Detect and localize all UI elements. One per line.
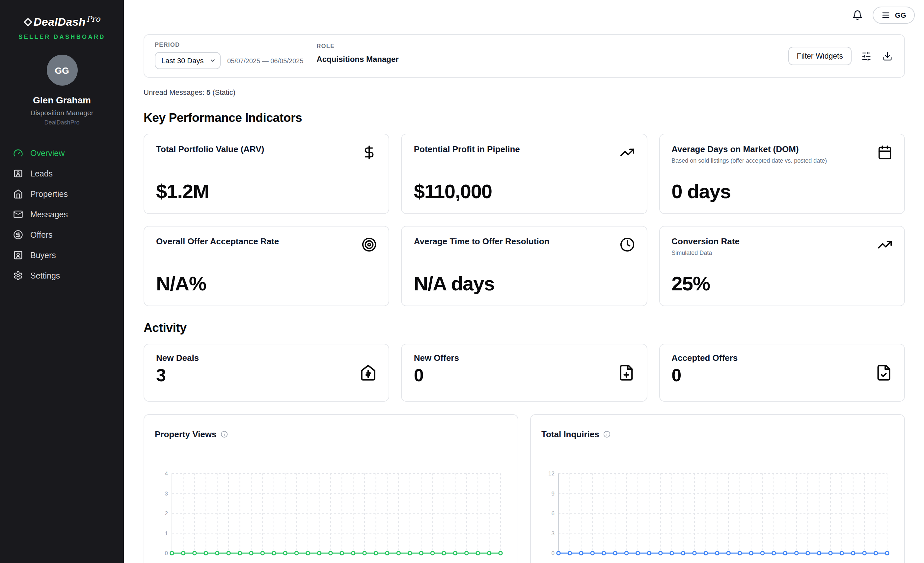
kpi-value: 0 days [671, 180, 892, 204]
mail-icon [13, 210, 23, 219]
total-inquiries-chart-card: Total Inquiries 036912 [530, 414, 905, 563]
sliders-icon [861, 51, 872, 61]
svg-text:9: 9 [552, 491, 555, 497]
contact-card-icon [13, 169, 23, 178]
avatar: GG [46, 55, 77, 85]
kpi-value: $1.2M [156, 180, 377, 204]
kpi-title: Average Time to Offer Resolution [414, 237, 550, 247]
svg-text:4: 4 [165, 470, 168, 477]
sidebar-item-properties[interactable]: Properties [0, 184, 124, 204]
kpi-value: $110,000 [414, 180, 635, 204]
logo-diamond-icon [24, 18, 32, 26]
house-icon [360, 364, 377, 381]
kpi-subtitle: Simulated Data [671, 250, 740, 256]
date-range-text: 05/07/2025 — 06/05/2025 [227, 57, 303, 64]
logo-text: DealDash [34, 16, 86, 28]
svg-text:1: 1 [165, 530, 168, 537]
menu-icon [881, 10, 890, 20]
clock-icon [620, 237, 634, 252]
download-icon [882, 51, 892, 61]
sidebar-item-leads[interactable]: Leads [0, 163, 124, 184]
period-label: PERIOD [155, 42, 303, 48]
user-profile: GG Glen Graham Disposition Manager DealD… [0, 55, 124, 126]
kpi-value: N/A days [414, 273, 635, 296]
unread-messages-text: Unread Messages: 5 (Static) [144, 88, 905, 96]
kpi-section-title: Key Performance Indicators [144, 111, 905, 125]
user-square-icon [13, 250, 23, 260]
svg-text:0: 0 [552, 550, 555, 556]
sidebar-item-label: Messages [30, 210, 68, 219]
kpi-card-offer-acceptance-rate: Overall Offer Acceptance Rate N/A% [144, 226, 390, 306]
role-group: ROLE Acquisitions Manager [316, 42, 399, 64]
svg-text:3: 3 [165, 491, 168, 497]
role-label: ROLE [316, 43, 399, 49]
info-icon[interactable] [603, 431, 610, 438]
kpi-title: Overall Offer Acceptance Rate [156, 237, 279, 247]
file-plus-icon [617, 364, 634, 381]
kpi-title: Average Days on Market (DOM) [671, 144, 827, 155]
svg-text:2: 2 [165, 510, 168, 517]
sidebar-nav: Overview Leads Properties Messages [0, 143, 124, 286]
period-select-wrapper: Last 30 Days [155, 52, 220, 69]
user-name: Glen Graham [0, 95, 124, 105]
notifications-button[interactable] [851, 9, 864, 22]
period-select[interactable]: Last 30 Days [155, 52, 220, 69]
total-inquiries-chart: 036912 [542, 470, 894, 556]
kpi-card-potential-profit: Potential Profit in Pipeline $110,000 [401, 134, 647, 214]
sidebar-item-settings[interactable]: Settings [0, 265, 124, 286]
widget-settings-button[interactable] [860, 50, 873, 62]
house-icon [13, 189, 23, 199]
app-logo: DealDashPro SELLER DASHBOARD [0, 0, 124, 40]
app-root: DealDashPro SELLER DASHBOARD GG Glen Gra… [0, 0, 924, 563]
sidebar-item-label: Properties [30, 189, 68, 199]
sidebar-item-overview[interactable]: Overview [0, 143, 124, 163]
svg-text:3: 3 [552, 530, 555, 537]
period-group: PERIOD Last 30 Days 05/07/2025 — 06/05/2… [155, 42, 303, 69]
kpi-title: Potential Profit in Pipeline [414, 144, 520, 155]
sidebar-item-messages[interactable]: Messages [0, 204, 124, 225]
kpi-card-total-portfolio-value: Total Portfolio Value (ARV) $1.2M [144, 134, 390, 214]
bell-icon [852, 10, 863, 20]
file-check-icon [875, 364, 892, 381]
activity-card-new-offers: New Offers 0 [401, 344, 647, 402]
chart-title: Total Inquiries [542, 429, 599, 439]
trending-up-icon [877, 237, 892, 252]
activity-section-title: Activity [144, 321, 905, 335]
gauge-icon [13, 148, 23, 158]
svg-text:0: 0 [165, 550, 168, 556]
circle-dollar-icon [13, 230, 23, 240]
charts-grid: Property Views 01234 Total Inquiries [144, 414, 905, 563]
user-menu-button[interactable]: GG [873, 7, 915, 24]
main-area: GG PERIOD Last 30 Days [124, 0, 924, 563]
kpi-value: N/A% [156, 273, 377, 296]
topbar: GG [124, 0, 924, 30]
svg-text:6: 6 [552, 510, 555, 517]
sidebar-item-buyers[interactable]: Buyers [0, 245, 124, 265]
filter-widgets-button[interactable]: Filter Widgets [788, 47, 852, 65]
chart-title: Property Views [155, 429, 216, 439]
kpi-card-days-on-market: Average Days on Market (DOM) Based on so… [659, 134, 905, 214]
target-icon [362, 237, 377, 252]
activity-title: Accepted Offers [671, 353, 738, 363]
svg-text:12: 12 [548, 470, 555, 477]
activity-title: New Deals [156, 353, 199, 363]
sidebar-item-offers[interactable]: Offers [0, 225, 124, 245]
sidebar-item-label: Buyers [30, 250, 56, 260]
download-button[interactable] [881, 50, 894, 62]
activity-grid: New Deals 3 New Offers 0 [144, 344, 905, 402]
kpi-title: Total Portfolio Value (ARV) [156, 144, 264, 155]
user-role: Disposition Manager [0, 109, 124, 117]
logo-pro-text: Pro [86, 15, 100, 24]
user-menu-initials: GG [895, 11, 906, 19]
user-org: DealDashPro [0, 119, 124, 126]
property-views-chart: 01234 [155, 470, 507, 556]
filter-bar: PERIOD Last 30 Days 05/07/2025 — 06/05/2… [144, 34, 905, 78]
kpi-value: 25% [671, 273, 892, 296]
sidebar-item-label: Settings [30, 271, 60, 280]
line-chart-svg: 036912 [542, 470, 894, 556]
trending-up-icon [620, 145, 634, 160]
kpi-title: Conversion Rate [671, 237, 740, 247]
info-icon[interactable] [220, 431, 228, 438]
sidebar-item-label: Overview [30, 148, 64, 158]
content: PERIOD Last 30 Days 05/07/2025 — 06/05/2… [124, 30, 924, 563]
